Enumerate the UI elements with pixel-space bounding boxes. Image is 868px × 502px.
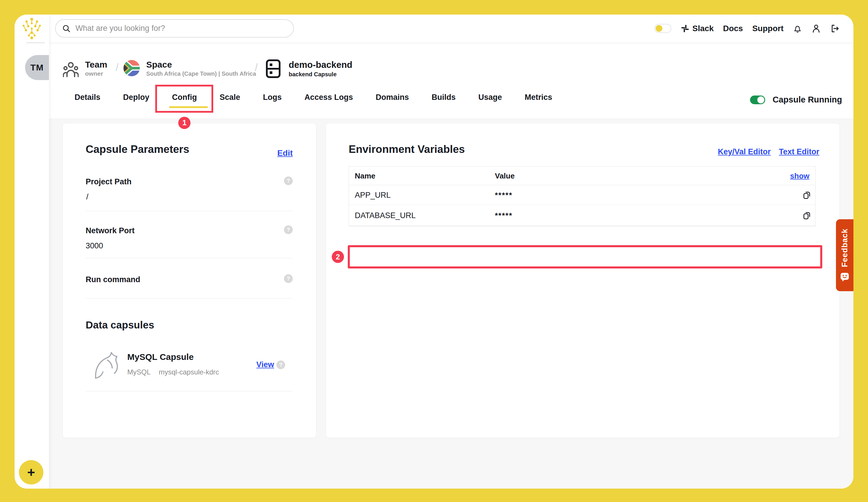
edit-parameters-link[interactable]: Edit <box>277 148 293 158</box>
data-capsule-type: MySQL <box>127 368 151 376</box>
tab-domains[interactable]: Domains <box>376 93 409 102</box>
breadcrumb-space[interactable]: Space <box>146 60 172 70</box>
capsule-tabs: Details Deploy Config 1 Scale Logs Acces… <box>74 83 552 111</box>
env-value-masked: ***** <box>495 190 513 199</box>
tab-metrics[interactable]: Metrics <box>525 93 552 102</box>
help-glyph: ? <box>287 178 290 184</box>
environment-variables-title: Environment Variables <box>349 143 465 156</box>
sidebar-divider <box>26 42 45 43</box>
search-bar[interactable] <box>55 19 294 38</box>
breadcrumb-separator: / <box>255 61 258 74</box>
logout-icon[interactable] <box>830 24 839 33</box>
network-port-label: Network Port <box>86 226 135 235</box>
project-path-value: / <box>86 192 89 201</box>
col-header-name: Name <box>355 171 375 180</box>
search-icon <box>62 24 71 33</box>
divider <box>86 298 293 299</box>
env-table-header: Name Value show <box>349 167 815 185</box>
help-glyph: ? <box>287 275 290 282</box>
tab-scale[interactable]: Scale <box>220 93 240 102</box>
breadcrumb-separator: / <box>116 61 118 74</box>
tab-config[interactable]: Config 1 <box>172 93 197 102</box>
tab-details[interactable]: Details <box>74 93 101 102</box>
topbar: Slack Docs Support <box>49 14 854 42</box>
data-capsule-id: mysql-capsule-kdrc <box>159 368 219 376</box>
app-window: Slack Docs Support <box>14 14 854 489</box>
help-glyph: ? <box>287 227 290 233</box>
env-name: DATABASE_URL <box>355 211 416 220</box>
project-path-label: Project Path <box>86 177 132 186</box>
breadcrumb-space-region: South Africa (Cape Town) | South Africa <box>146 71 256 77</box>
show-values-link[interactable]: show <box>790 171 809 180</box>
sidebar: TM + <box>14 14 49 489</box>
data-capsule-meta: MySQL mysql-capsule-kdrc <box>127 368 219 376</box>
help-icon[interactable]: ? <box>284 226 293 234</box>
capsule-running-label: Capsule Running <box>773 95 842 105</box>
tab-usage[interactable]: Usage <box>478 93 502 102</box>
breadcrumb-team-role: owner <box>85 70 103 77</box>
avatar-initials: TM <box>30 63 43 73</box>
keyval-editor-link[interactable]: Key/Val Editor <box>718 147 771 156</box>
app-logo-icon[interactable] <box>21 17 43 40</box>
add-button[interactable]: + <box>19 460 43 484</box>
env-vars-table: Name Value show APP_URL ***** DATABA <box>349 166 816 226</box>
env-name: APP_URL <box>355 190 391 199</box>
active-tab-underline <box>169 106 208 108</box>
space-flag-icon <box>124 60 140 77</box>
toggle-knob <box>757 96 764 103</box>
capsule-running-toggle[interactable] <box>750 95 765 104</box>
breadcrumb-capsule[interactable]: demo-backend <box>289 60 352 70</box>
network-port-value: 3000 <box>86 241 103 250</box>
slack-icon <box>681 24 690 33</box>
theme-toggle[interactable] <box>654 24 671 33</box>
theme-toggle-knob <box>656 25 662 32</box>
capsule-parameters-title: Capsule Parameters <box>86 143 189 156</box>
capsule-running-control: Capsule Running <box>750 95 842 105</box>
tab-logs[interactable]: Logs <box>263 93 282 102</box>
notifications-bell-icon[interactable] <box>793 24 802 33</box>
annotation-badge-1: 1 <box>178 117 190 129</box>
annotation-badge-2: 2 <box>332 251 344 263</box>
feedback-label: Feedback <box>840 229 849 267</box>
copy-icon[interactable] <box>803 190 811 200</box>
breadcrumb-team[interactable]: Team <box>85 60 107 70</box>
slack-link[interactable]: Slack <box>681 24 714 33</box>
divider <box>86 391 293 391</box>
divider <box>86 211 293 211</box>
divider <box>86 258 293 258</box>
mysql-dolphin-icon <box>91 350 122 383</box>
text-editor-link[interactable]: Text Editor <box>779 147 819 156</box>
view-data-capsule-link[interactable]: View <box>256 360 274 369</box>
table-row: APP_URL ***** <box>349 185 815 205</box>
search-input[interactable] <box>75 24 287 33</box>
tab-deploy[interactable]: Deploy <box>123 93 149 102</box>
environment-variables-card: Environment Variables Key/Val Editor Tex… <box>326 124 839 438</box>
account-user-icon[interactable] <box>812 24 821 33</box>
table-row: DATABASE_URL ***** <box>349 205 815 226</box>
data-capsule-name: MySQL Capsule <box>127 352 194 362</box>
plus-icon: + <box>27 464 35 480</box>
team-avatar[interactable]: TM <box>25 55 49 80</box>
feedback-tab[interactable]: Feedback <box>836 219 854 291</box>
slack-label: Slack <box>692 24 714 33</box>
capsule-icon <box>266 60 280 79</box>
data-capsules-title: Data capsules <box>86 319 154 331</box>
help-glyph: ? <box>279 362 282 368</box>
team-icon <box>63 60 79 79</box>
run-command-label: Run command <box>86 275 141 284</box>
help-icon[interactable]: ? <box>277 360 285 369</box>
feedback-smiley-icon <box>840 273 849 282</box>
docs-link[interactable]: Docs <box>723 24 743 33</box>
col-header-value: Value <box>495 171 515 180</box>
env-value-masked: ***** <box>495 211 513 220</box>
capsule-parameters-card: Capsule Parameters Edit Project Path ? /… <box>63 124 316 438</box>
copy-icon[interactable] <box>803 211 811 220</box>
tab-access-logs[interactable]: Access Logs <box>304 93 353 102</box>
breadcrumb-capsule-type: backend Capsule <box>289 71 337 78</box>
help-icon[interactable]: ? <box>284 274 293 283</box>
annotation-box-2 <box>348 245 822 269</box>
help-icon[interactable]: ? <box>284 176 293 185</box>
support-link[interactable]: Support <box>752 24 784 33</box>
tab-builds[interactable]: Builds <box>432 93 456 102</box>
main-area: Team owner / Space South Africa (Cape To… <box>49 42 854 489</box>
